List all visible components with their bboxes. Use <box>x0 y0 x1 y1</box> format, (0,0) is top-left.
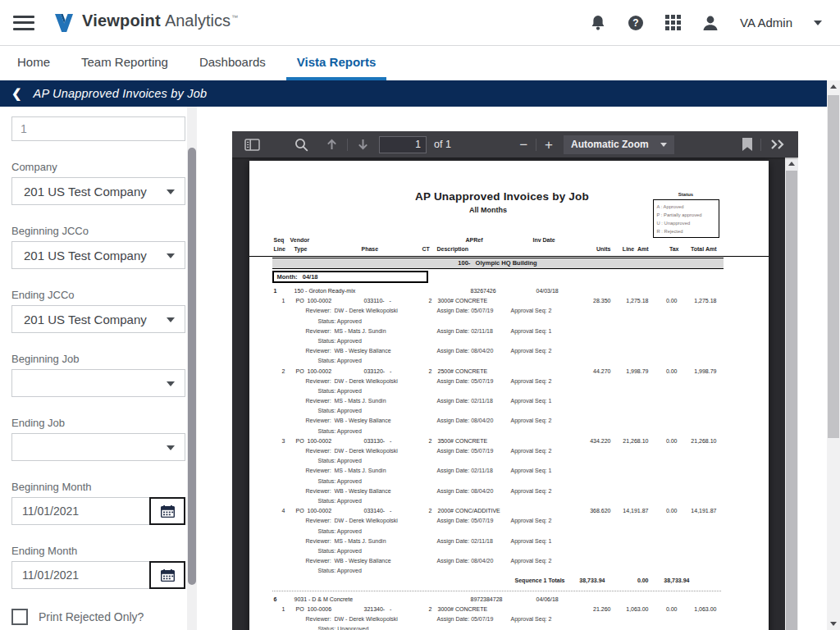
beginning-jcco-select[interactable]: 201 US Test Company <box>11 241 185 269</box>
ending-jcco-select[interactable]: 201 US Test Company <box>11 305 185 333</box>
sidebar-toggle-icon[interactable] <box>239 131 266 158</box>
back-chevron-icon[interactable]: ❮ <box>11 86 22 101</box>
report-cell: 3 <box>282 438 285 444</box>
page-scrollbar-thumb[interactable] <box>828 95 839 438</box>
page-scrollbar[interactable] <box>827 80 840 630</box>
scroll-down-arrow[interactable] <box>827 618 840 630</box>
pdf-scrollbar[interactable] <box>785 158 798 630</box>
report-cell: PO 100-0006 <box>296 606 332 612</box>
pdf-canvas-area[interactable]: AP Unapproved Invoices by Job All Months… <box>232 158 785 630</box>
zoom-select[interactable]: Automatic Zoom <box>564 135 674 154</box>
user-caret-down-icon[interactable] <box>814 21 822 25</box>
user-name-label[interactable]: VA Admin <box>740 16 792 30</box>
report-cell: Sequence 1 Totals <box>515 578 565 583</box>
beginning-job-select[interactable] <box>11 369 185 397</box>
field-label: Company <box>11 161 185 173</box>
page-up-icon[interactable] <box>319 131 345 158</box>
report-cell: 2 <box>429 508 432 514</box>
ending-job-select[interactable] <box>11 433 185 461</box>
top-header: Viewpoint Analytics ™ ? <box>0 0 840 46</box>
caret-down-icon <box>167 253 175 258</box>
sidebar-scrollbar-thumb[interactable] <box>188 148 196 585</box>
print-rejected-checkbox[interactable] <box>11 609 28 625</box>
zoom-out-icon[interactable]: − <box>514 131 533 158</box>
apps-grid-icon[interactable] <box>665 15 681 30</box>
report-cell: 04/03/18 <box>536 288 559 294</box>
job-band: 100- Olympic HQ Building <box>272 258 724 269</box>
report-cell: Status: Approved <box>318 318 362 324</box>
scroll-up-arrow[interactable] <box>827 80 840 93</box>
report-cell: 3000# CONCRETE <box>438 298 488 304</box>
bell-icon[interactable] <box>590 14 606 32</box>
reviewer-row: Reviewer: MS - Mats J. SundinAssign Date… <box>249 398 769 408</box>
caret-down-icon <box>167 445 175 450</box>
report-cell: Status: Approved <box>318 428 362 434</box>
zoom-in-icon[interactable]: + <box>539 131 559 158</box>
report-cell: Approval Seq: 1 <box>511 398 552 404</box>
report-cell: Approval Seq: 1 <box>511 538 552 544</box>
caret-down-icon <box>167 317 175 322</box>
reviewer-row: Reviewer: WB - Wesley BallanceAssign Dat… <box>249 488 769 498</box>
tab-home[interactable]: Home <box>7 46 61 80</box>
help-icon[interactable]: ? <box>628 15 644 31</box>
col-line-amt: Line Amt <box>623 246 649 252</box>
report-cell: Approval Seq: 2 <box>511 418 552 423</box>
brand-trademark: ™ <box>231 14 238 21</box>
sidebar-scrollbar[interactable] <box>187 107 197 630</box>
report-cell: 1,275.18 <box>626 298 648 304</box>
user-icon[interactable] <box>702 15 719 31</box>
search-icon[interactable] <box>289 131 314 158</box>
report-cell: 9031 - D & M Concrete <box>294 596 354 602</box>
page-down-icon[interactable] <box>350 131 376 158</box>
invoice-line-row: 1PO 100-0006321340- -23000# CONCRETE21.2… <box>249 606 769 616</box>
report-cell: 3500# CONCRETE <box>438 438 488 444</box>
pdf-scrollbar-thumb[interactable] <box>786 171 797 630</box>
page-number-input[interactable] <box>379 136 427 153</box>
tab-dashboards[interactable]: Dashboards <box>189 46 276 80</box>
report-content: AP Unapproved Invoices by Job All Months… <box>249 161 769 630</box>
toolbar-separator <box>536 139 536 151</box>
company-select[interactable]: 201 US Test Company <box>11 177 185 205</box>
report-cell: 0.00 <box>666 606 678 612</box>
sequence-row: 69031 - D & M Concrete897238472804/06/18 <box>249 596 769 606</box>
brand-name-bold: Viewpoint <box>82 11 161 30</box>
reviewer-row: Reviewer: DW - Derek WielkopolskiAssign … <box>249 378 769 388</box>
field-ending-month: Ending Month <box>11 545 185 589</box>
scroll-up-arrow[interactable] <box>785 158 798 170</box>
field-label: Beginning JCCo <box>11 225 185 237</box>
report-cell: 2500# CONCRETE <box>438 368 488 374</box>
brand-name-light: Analytics <box>165 11 231 30</box>
select-value: 201 US Test Company <box>24 313 147 326</box>
report-title-bar: ❮ AP Unapproved Invoices by Job <box>0 80 827 107</box>
bookmark-icon[interactable] <box>737 131 758 158</box>
report-cell: 434.220 <box>590 438 610 444</box>
reviewer-row: Reviewer: DW - Derek WielkopolskiAssign … <box>249 616 769 626</box>
report-cell: 44.270 <box>593 368 610 374</box>
report-cell: Assign Date: 02/11/18 <box>437 468 493 473</box>
field-label: Ending Job <box>11 417 185 429</box>
reviewer-status-row: Status: Approved <box>249 388 769 398</box>
report-cell: 04/06/18 <box>536 596 559 602</box>
report-cell: 21,268.10 <box>623 438 648 444</box>
pdf-page: AP Unapproved Invoices by Job All Months… <box>249 161 769 630</box>
beginning-month-calendar-button[interactable] <box>149 497 185 525</box>
ending-month-input[interactable] <box>11 561 150 589</box>
report-cell: Reviewer: DW - Derek Wielkopolski <box>306 616 398 622</box>
reviewer-status-row: Status: Approved <box>249 478 769 488</box>
pdf-toolbar: of 1 − + Automatic Zoom <box>232 131 798 158</box>
report-cell: 0.00 <box>637 578 649 583</box>
tab-team-reporting[interactable]: Team Reporting <box>71 46 179 80</box>
parameter-1-input[interactable] <box>11 116 185 141</box>
sequence-row: 1150 - Groton Ready-mix8326742604/03/18 <box>249 288 769 298</box>
field-beginning-job: Beginning Job <box>11 353 185 397</box>
more-tools-chevrons-icon[interactable] <box>764 131 792 158</box>
report-cell: Reviewer: WB - Wesley Ballance <box>306 488 391 494</box>
beginning-month-input[interactable] <box>11 497 150 525</box>
report-cell: Reviewer: MS - Mats J. Sundin <box>306 328 386 334</box>
ending-month-calendar-button[interactable] <box>149 561 185 589</box>
report-cell: 83267426 <box>471 288 496 294</box>
menu-icon[interactable] <box>13 16 34 30</box>
report-cell: 8972384728 <box>471 596 503 602</box>
tab-vista-reports[interactable]: Vista Reports <box>286 46 386 80</box>
report-cell: Reviewer: WB - Wesley Ballance <box>306 558 391 564</box>
